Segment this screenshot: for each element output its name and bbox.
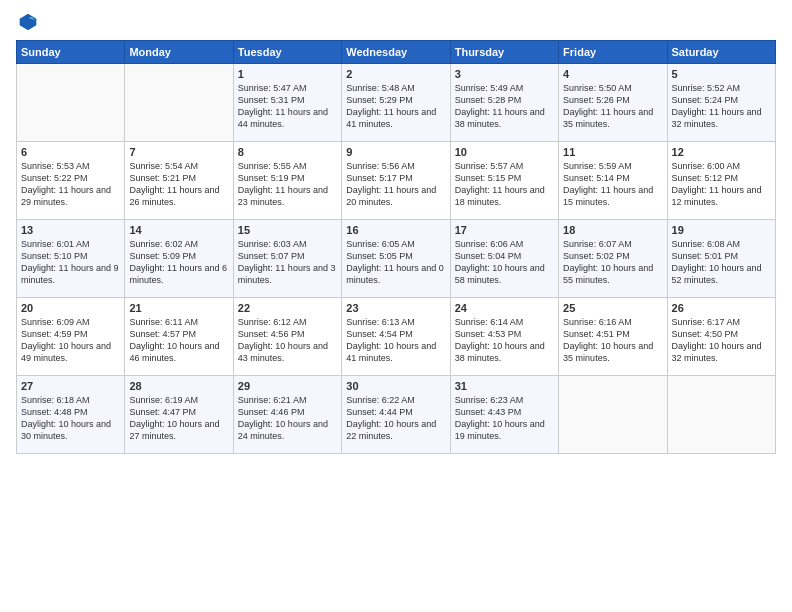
day-number: 2 xyxy=(346,68,445,80)
calendar-cell: 29Sunrise: 6:21 AM Sunset: 4:46 PM Dayli… xyxy=(233,376,341,454)
cell-content: Sunrise: 5:47 AM Sunset: 5:31 PM Dayligh… xyxy=(238,82,337,131)
cell-content: Sunrise: 6:06 AM Sunset: 5:04 PM Dayligh… xyxy=(455,238,554,287)
cell-content: Sunrise: 5:52 AM Sunset: 5:24 PM Dayligh… xyxy=(672,82,771,131)
calendar-cell: 13Sunrise: 6:01 AM Sunset: 5:10 PM Dayli… xyxy=(17,220,125,298)
cell-content: Sunrise: 6:05 AM Sunset: 5:05 PM Dayligh… xyxy=(346,238,445,287)
cell-content: Sunrise: 6:00 AM Sunset: 5:12 PM Dayligh… xyxy=(672,160,771,209)
calendar-cell: 15Sunrise: 6:03 AM Sunset: 5:07 PM Dayli… xyxy=(233,220,341,298)
day-number: 17 xyxy=(455,224,554,236)
day-number: 23 xyxy=(346,302,445,314)
cell-content: Sunrise: 5:49 AM Sunset: 5:28 PM Dayligh… xyxy=(455,82,554,131)
cell-content: Sunrise: 6:09 AM Sunset: 4:59 PM Dayligh… xyxy=(21,316,120,365)
cell-content: Sunrise: 6:18 AM Sunset: 4:48 PM Dayligh… xyxy=(21,394,120,443)
calendar-cell: 7Sunrise: 5:54 AM Sunset: 5:21 PM Daylig… xyxy=(125,142,233,220)
cell-content: Sunrise: 5:59 AM Sunset: 5:14 PM Dayligh… xyxy=(563,160,662,209)
calendar-cell: 1Sunrise: 5:47 AM Sunset: 5:31 PM Daylig… xyxy=(233,64,341,142)
calendar-cell: 19Sunrise: 6:08 AM Sunset: 5:01 PM Dayli… xyxy=(667,220,775,298)
cell-content: Sunrise: 6:03 AM Sunset: 5:07 PM Dayligh… xyxy=(238,238,337,287)
cell-content: Sunrise: 6:01 AM Sunset: 5:10 PM Dayligh… xyxy=(21,238,120,287)
calendar-week-row: 13Sunrise: 6:01 AM Sunset: 5:10 PM Dayli… xyxy=(17,220,776,298)
calendar-cell: 31Sunrise: 6:23 AM Sunset: 4:43 PM Dayli… xyxy=(450,376,558,454)
cell-content: Sunrise: 6:12 AM Sunset: 4:56 PM Dayligh… xyxy=(238,316,337,365)
calendar-cell: 18Sunrise: 6:07 AM Sunset: 5:02 PM Dayli… xyxy=(559,220,667,298)
day-number: 11 xyxy=(563,146,662,158)
day-number: 30 xyxy=(346,380,445,392)
calendar-cell xyxy=(667,376,775,454)
cell-content: Sunrise: 6:13 AM Sunset: 4:54 PM Dayligh… xyxy=(346,316,445,365)
day-number: 12 xyxy=(672,146,771,158)
day-number: 20 xyxy=(21,302,120,314)
calendar-cell: 2Sunrise: 5:48 AM Sunset: 5:29 PM Daylig… xyxy=(342,64,450,142)
day-number: 22 xyxy=(238,302,337,314)
calendar-cell: 28Sunrise: 6:19 AM Sunset: 4:47 PM Dayli… xyxy=(125,376,233,454)
calendar-cell xyxy=(559,376,667,454)
day-number: 24 xyxy=(455,302,554,314)
calendar-cell: 22Sunrise: 6:12 AM Sunset: 4:56 PM Dayli… xyxy=(233,298,341,376)
day-number: 8 xyxy=(238,146,337,158)
weekday-header: Wednesday xyxy=(342,41,450,64)
calendar-cell: 8Sunrise: 5:55 AM Sunset: 5:19 PM Daylig… xyxy=(233,142,341,220)
day-number: 29 xyxy=(238,380,337,392)
day-number: 1 xyxy=(238,68,337,80)
calendar-body: 1Sunrise: 5:47 AM Sunset: 5:31 PM Daylig… xyxy=(17,64,776,454)
weekday-header: Tuesday xyxy=(233,41,341,64)
calendar-cell: 11Sunrise: 5:59 AM Sunset: 5:14 PM Dayli… xyxy=(559,142,667,220)
cell-content: Sunrise: 6:23 AM Sunset: 4:43 PM Dayligh… xyxy=(455,394,554,443)
day-number: 15 xyxy=(238,224,337,236)
weekday-header: Thursday xyxy=(450,41,558,64)
calendar-cell: 4Sunrise: 5:50 AM Sunset: 5:26 PM Daylig… xyxy=(559,64,667,142)
day-number: 31 xyxy=(455,380,554,392)
calendar-cell: 27Sunrise: 6:18 AM Sunset: 4:48 PM Dayli… xyxy=(17,376,125,454)
cell-content: Sunrise: 6:16 AM Sunset: 4:51 PM Dayligh… xyxy=(563,316,662,365)
cell-content: Sunrise: 5:57 AM Sunset: 5:15 PM Dayligh… xyxy=(455,160,554,209)
cell-content: Sunrise: 5:55 AM Sunset: 5:19 PM Dayligh… xyxy=(238,160,337,209)
calendar-cell: 16Sunrise: 6:05 AM Sunset: 5:05 PM Dayli… xyxy=(342,220,450,298)
day-number: 4 xyxy=(563,68,662,80)
cell-content: Sunrise: 5:53 AM Sunset: 5:22 PM Dayligh… xyxy=(21,160,120,209)
day-number: 27 xyxy=(21,380,120,392)
calendar-cell: 26Sunrise: 6:17 AM Sunset: 4:50 PM Dayli… xyxy=(667,298,775,376)
calendar-week-row: 1Sunrise: 5:47 AM Sunset: 5:31 PM Daylig… xyxy=(17,64,776,142)
logo-icon xyxy=(18,12,38,32)
calendar-cell: 24Sunrise: 6:14 AM Sunset: 4:53 PM Dayli… xyxy=(450,298,558,376)
day-number: 16 xyxy=(346,224,445,236)
cell-content: Sunrise: 6:07 AM Sunset: 5:02 PM Dayligh… xyxy=(563,238,662,287)
weekday-row: SundayMondayTuesdayWednesdayThursdayFrid… xyxy=(17,41,776,64)
day-number: 10 xyxy=(455,146,554,158)
cell-content: Sunrise: 6:14 AM Sunset: 4:53 PM Dayligh… xyxy=(455,316,554,365)
weekday-header: Monday xyxy=(125,41,233,64)
weekday-header: Friday xyxy=(559,41,667,64)
calendar-week-row: 6Sunrise: 5:53 AM Sunset: 5:22 PM Daylig… xyxy=(17,142,776,220)
calendar-cell: 6Sunrise: 5:53 AM Sunset: 5:22 PM Daylig… xyxy=(17,142,125,220)
calendar-week-row: 27Sunrise: 6:18 AM Sunset: 4:48 PM Dayli… xyxy=(17,376,776,454)
cell-content: Sunrise: 6:17 AM Sunset: 4:50 PM Dayligh… xyxy=(672,316,771,365)
day-number: 18 xyxy=(563,224,662,236)
calendar-table: SundayMondayTuesdayWednesdayThursdayFrid… xyxy=(16,40,776,454)
calendar-cell xyxy=(125,64,233,142)
weekday-header: Sunday xyxy=(17,41,125,64)
day-number: 7 xyxy=(129,146,228,158)
calendar-week-row: 20Sunrise: 6:09 AM Sunset: 4:59 PM Dayli… xyxy=(17,298,776,376)
day-number: 14 xyxy=(129,224,228,236)
header xyxy=(16,12,776,32)
logo-text xyxy=(16,12,38,32)
calendar-cell: 17Sunrise: 6:06 AM Sunset: 5:04 PM Dayli… xyxy=(450,220,558,298)
cell-content: Sunrise: 5:48 AM Sunset: 5:29 PM Dayligh… xyxy=(346,82,445,131)
day-number: 25 xyxy=(563,302,662,314)
calendar-cell: 23Sunrise: 6:13 AM Sunset: 4:54 PM Dayli… xyxy=(342,298,450,376)
cell-content: Sunrise: 6:11 AM Sunset: 4:57 PM Dayligh… xyxy=(129,316,228,365)
cell-content: Sunrise: 6:21 AM Sunset: 4:46 PM Dayligh… xyxy=(238,394,337,443)
day-number: 5 xyxy=(672,68,771,80)
day-number: 28 xyxy=(129,380,228,392)
calendar-header: SundayMondayTuesdayWednesdayThursdayFrid… xyxy=(17,41,776,64)
calendar-page: SundayMondayTuesdayWednesdayThursdayFrid… xyxy=(0,0,792,612)
calendar-cell: 20Sunrise: 6:09 AM Sunset: 4:59 PM Dayli… xyxy=(17,298,125,376)
cell-content: Sunrise: 6:08 AM Sunset: 5:01 PM Dayligh… xyxy=(672,238,771,287)
day-number: 13 xyxy=(21,224,120,236)
day-number: 6 xyxy=(21,146,120,158)
cell-content: Sunrise: 6:22 AM Sunset: 4:44 PM Dayligh… xyxy=(346,394,445,443)
day-number: 9 xyxy=(346,146,445,158)
calendar-cell xyxy=(17,64,125,142)
calendar-cell: 5Sunrise: 5:52 AM Sunset: 5:24 PM Daylig… xyxy=(667,64,775,142)
cell-content: Sunrise: 5:50 AM Sunset: 5:26 PM Dayligh… xyxy=(563,82,662,131)
